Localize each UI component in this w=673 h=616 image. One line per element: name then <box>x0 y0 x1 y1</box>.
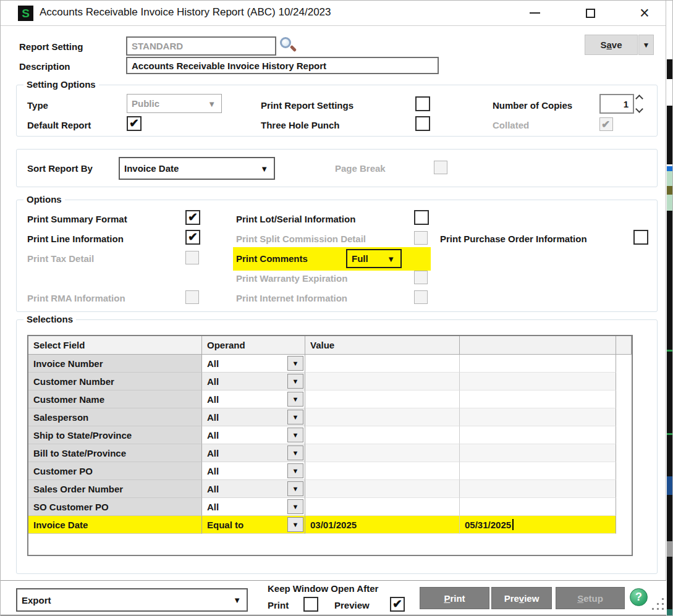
operand-select[interactable]: All▼ <box>202 444 305 462</box>
operand-select[interactable]: Equal to▼ <box>202 516 305 534</box>
default-report-label: Default Report <box>27 120 91 130</box>
resize-grip[interactable] <box>652 598 666 612</box>
number-of-copies-input[interactable]: 1 <box>599 94 634 114</box>
operand-select[interactable]: All▼ <box>202 408 305 426</box>
minimize-button[interactable] <box>519 1 551 25</box>
table-row: Bill to State/Province All▼ <box>28 444 632 462</box>
text-caret <box>512 519 514 530</box>
chevron-down-icon[interactable]: ▼ <box>287 499 303 514</box>
row-field-cell: Ship to State/Province <box>28 426 202 444</box>
value-cell[interactable] <box>305 462 460 480</box>
table-row: Sales Order Number All▼ <box>28 480 632 498</box>
chevron-down-icon: ▼ <box>387 254 395 263</box>
collated-checkbox <box>599 117 613 131</box>
print-button[interactable]: Print <box>420 587 489 609</box>
help-button[interactable]: ? <box>630 588 648 606</box>
copies-spinner[interactable] <box>637 94 642 114</box>
value2-cell[interactable] <box>460 390 616 408</box>
chevron-down-icon[interactable]: ▼ <box>287 410 303 424</box>
column-header-extra <box>460 336 616 355</box>
chevron-down-icon[interactable]: ▼ <box>287 481 303 496</box>
value2-cell[interactable] <box>460 444 616 462</box>
selections-group: Selections Select Field Operand Value In… <box>16 319 658 574</box>
print-line-information-checkbox[interactable] <box>185 230 200 245</box>
preview-button[interactable]: Preview <box>491 587 552 609</box>
value-cell[interactable] <box>305 390 460 408</box>
lookup-button[interactable] <box>280 37 297 54</box>
value-cell[interactable] <box>305 408 460 426</box>
three-hole-punch-checkbox[interactable] <box>415 116 430 131</box>
value-cell[interactable] <box>305 373 460 390</box>
chevron-down-icon[interactable]: ▼ <box>287 374 303 389</box>
row-field-cell: Sales Order Number <box>28 480 202 498</box>
sort-group: Sort Report By Invoice Date▼ Page Break <box>16 149 658 187</box>
operand-select[interactable]: All▼ <box>202 480 305 498</box>
sort-report-by-select[interactable]: Invoice Date▼ <box>119 157 275 180</box>
print-internet-information-checkbox <box>414 290 428 304</box>
chevron-down-icon[interactable]: ▼ <box>287 517 303 532</box>
keep-open-print-label: Print <box>268 600 289 610</box>
value2-cell[interactable] <box>460 462 616 480</box>
description-input[interactable]: Accounts Receivable Invoice History Repo… <box>126 57 439 74</box>
table-row: Salesperson All▼ <box>28 408 632 426</box>
row-field-cell: Salesperson <box>28 408 202 426</box>
value2-cell[interactable] <box>460 373 616 390</box>
report-setting-input[interactable]: STANDARD <box>126 36 276 56</box>
chevron-down-icon[interactable]: ▼ <box>287 392 303 407</box>
value2-cell-editing[interactable]: 05/31/2025 <box>460 516 616 534</box>
value-cell[interactable] <box>305 426 460 444</box>
column-header-end <box>616 336 632 355</box>
description-label: Description <box>19 61 70 72</box>
operand-select[interactable]: All▼ <box>202 462 305 480</box>
value2-cell[interactable] <box>460 408 616 426</box>
row-field-cell: Customer Name <box>28 390 202 408</box>
setting-options-title: Setting Options <box>23 79 99 90</box>
print-lot-serial-checkbox[interactable] <box>414 210 429 225</box>
print-comments-select[interactable]: Full▼ <box>346 249 402 268</box>
default-report-checkbox[interactable] <box>127 116 142 131</box>
operand-select[interactable]: All▼ <box>202 426 305 444</box>
value-cell[interactable] <box>305 444 460 462</box>
keep-open-print-checkbox[interactable] <box>303 597 318 612</box>
value2-cell[interactable] <box>460 498 616 516</box>
keep-open-preview-checkbox[interactable] <box>390 597 405 612</box>
value2-cell[interactable] <box>460 426 616 444</box>
print-line-information-label: Print Line Information <box>27 234 124 244</box>
export-select[interactable]: Export▼ <box>16 588 248 612</box>
value2-cell[interactable] <box>460 480 616 498</box>
spinner-up-icon <box>635 95 643 103</box>
chevron-down-icon[interactable]: ▼ <box>287 463 303 478</box>
print-summary-format-checkbox[interactable] <box>185 210 200 225</box>
value-cell[interactable] <box>305 498 460 516</box>
value-cell[interactable]: 03/01/2025 <box>305 516 460 534</box>
chevron-down-icon: ▼ <box>260 164 268 173</box>
maximize-button[interactable] <box>574 1 606 25</box>
page-break-label: Page Break <box>335 163 386 174</box>
window-title: Accounts Receivable Invoice History Repo… <box>40 6 331 19</box>
value-cell[interactable] <box>305 480 460 498</box>
options-title: Options <box>23 194 65 205</box>
chevron-down-icon[interactable]: ▼ <box>287 445 303 460</box>
print-purchase-order-checkbox[interactable] <box>633 230 648 245</box>
save-button[interactable]: Save <box>585 35 638 55</box>
end-cell <box>616 516 632 534</box>
end-cell <box>616 373 632 390</box>
print-report-settings-checkbox[interactable] <box>415 96 430 111</box>
footer-bar: Export▼ Keep Window Open After Print Pre… <box>1 580 666 616</box>
end-cell <box>616 480 632 498</box>
value-cell[interactable] <box>305 355 460 373</box>
operand-select[interactable]: All▼ <box>202 498 305 516</box>
save-dropdown-button[interactable]: ▼ <box>638 35 654 55</box>
table-row: Ship to State/Province All▼ <box>28 426 632 444</box>
table-row: Invoice Number All▼ <box>28 355 632 373</box>
minimize-icon <box>530 12 540 14</box>
chevron-down-icon[interactable]: ▼ <box>287 356 303 371</box>
chevron-down-icon[interactable]: ▼ <box>287 428 303 442</box>
operand-select[interactable]: All▼ <box>202 373 305 390</box>
question-mark-icon: ? <box>635 591 642 604</box>
value2-cell[interactable] <box>460 355 616 373</box>
close-button[interactable]: × <box>629 1 661 25</box>
chevron-down-icon: ▼ <box>643 41 650 49</box>
operand-select[interactable]: All▼ <box>202 390 305 408</box>
operand-select[interactable]: All▼ <box>202 355 305 373</box>
